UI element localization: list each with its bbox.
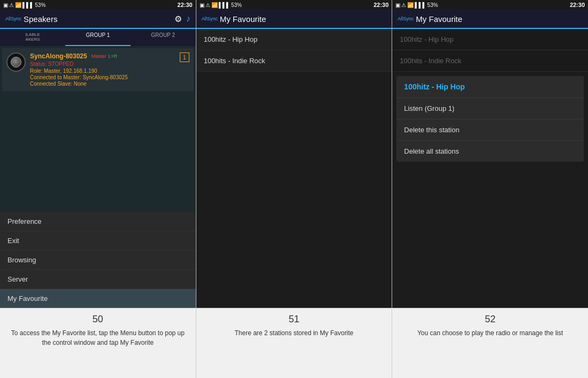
battery-icon: 53%: [35, 2, 45, 8]
captions-row: 50 To access the My Favorite list, tap t…: [0, 308, 588, 378]
context-item-listen[interactable]: Listen (Group 1): [396, 98, 584, 119]
allsync-label-3: AllSync: [398, 16, 414, 21]
warning-icon: ⚠: [9, 2, 14, 8]
screen1-content: ILABLEAKERS GROUP 1 GROUP 2 SyncAlong-80…: [0, 29, 196, 308]
device-icon: [6, 52, 26, 72]
caption-number-1: 51: [288, 314, 299, 325]
device-lr: L+R: [108, 54, 117, 59]
screen2-content: 100hitz - Hip Hop 100hits - Indie Rock: [196, 29, 392, 308]
context-item-delete-all[interactable]: Delete all stations: [396, 141, 584, 162]
device-number: 1: [180, 52, 189, 62]
settings-icon[interactable]: ⚙: [174, 14, 182, 24]
tab-available[interactable]: ILABLEAKERS: [0, 29, 65, 46]
app-bar-2: AllSync My Favourite: [196, 10, 392, 29]
menu-item-preference[interactable]: Preference: [0, 212, 196, 231]
sim-icon: ▣: [3, 2, 8, 8]
device-info: SyncAlong-803025 Master L+R Status: STOP…: [30, 52, 175, 87]
app-title-2: My Favourite: [220, 14, 266, 24]
status-icons-1: ▣ ⚠ 📶 ▌▌▌ 53%: [3, 2, 45, 8]
dimmed-station-0: 100hitz - Hip Hop: [392, 29, 588, 50]
menu-overlay: Preference Exit Browsing Server My Favou…: [0, 212, 196, 308]
signal-icon: ▌▌▌: [22, 2, 34, 8]
device-card: SyncAlong-803025 Master L+R Status: STOP…: [2, 48, 194, 91]
station-item-1[interactable]: 100hits - Indie Rock: [196, 50, 392, 72]
tab-group2[interactable]: GROUP 2: [131, 29, 196, 46]
caption-block-0: 50 To access the My Favorite list, tap t…: [0, 308, 196, 378]
wifi-icon-3: 📶: [407, 2, 414, 8]
sim-icon-3: ▣: [395, 2, 400, 8]
caption-text-0: To access the My Favorite list, tap the …: [7, 328, 188, 347]
status-bar-3: ▣ ⚠ 📶 ▌▌▌ 53% 22:30: [392, 0, 588, 10]
wifi-icon-2: 📶: [211, 2, 218, 8]
caption-text-2: You can choose to play the radio or mana…: [417, 328, 563, 338]
dimmed-station-list: 100hitz - Hip Hop 100hits - Indie Rock: [392, 29, 588, 72]
screenshots-row: ▣ ⚠ 📶 ▌▌▌ 53% 22:30 AllSync Speakers ⚙ ♪…: [0, 0, 588, 308]
device-role: Role: Master, 192.168.1.190: [30, 68, 175, 74]
screen3-content: 100hitz - Hip Hop 100hits - Indie Rock 1…: [392, 29, 588, 308]
time-3: 22:30: [570, 2, 585, 8]
device-status: Status: STOPPED: [30, 61, 175, 67]
battery-icon-3: 53%: [427, 2, 438, 8]
status-bar-1: ▣ ⚠ 📶 ▌▌▌ 53% 22:30: [0, 0, 196, 10]
status-bar-2: ▣ ⚠ 📶 ▌▌▌ 53% 22:30: [196, 0, 392, 10]
menu-item-browsing[interactable]: Browsing: [0, 251, 196, 270]
app-title-1: Speakers: [24, 14, 57, 24]
menu-item-myfavourite[interactable]: My Favourite: [0, 289, 196, 308]
warning-icon-3: ⚠: [401, 2, 406, 8]
menu-item-exit[interactable]: Exit: [0, 231, 196, 251]
time-1: 22:30: [178, 2, 193, 8]
device-slave: Connected Slave: None: [30, 81, 175, 87]
screen-2: ▣ ⚠ 📶 ▌▌▌ 53% 22:30 AllSync My Favourite…: [196, 0, 393, 308]
signal-icon-3: ▌▌▌: [415, 2, 426, 8]
dimmed-station-1: 100hits - Indie Rock: [392, 50, 588, 72]
tab-group1[interactable]: GROUP 1: [65, 29, 131, 46]
warning-icon-2: ⚠: [205, 2, 210, 8]
tabs-bar: ILABLEAKERS GROUP 1 GROUP 2: [0, 29, 196, 46]
caption-block-2: 52 You can choose to play the radio or m…: [392, 308, 588, 378]
device-master-badge: Master: [91, 54, 106, 59]
device-icon-inner: [11, 57, 21, 67]
status-icons-3: ▣ ⚠ 📶 ▌▌▌ 53%: [395, 2, 438, 8]
caption-block-1: 51 There are 2 stations stored in My Fav…: [196, 308, 393, 378]
context-item-delete-station[interactable]: Delete this station: [396, 119, 584, 141]
device-connected: Connected to Master: SyncAlong-803025: [30, 74, 175, 80]
context-menu-title: 100hitz - Hip Hop: [396, 76, 584, 98]
sim-icon-2: ▣: [200, 2, 204, 8]
caption-text-1: There are 2 stations stored in My Favori…: [234, 328, 353, 338]
app-bar-3: AllSync My Favourite: [392, 10, 588, 29]
app-title-3: My Favourite: [416, 14, 462, 24]
screen-3: ▣ ⚠ 📶 ▌▌▌ 53% 22:30 AllSync My Favourite…: [392, 0, 588, 308]
wifi-icon: 📶: [15, 2, 21, 8]
status-icons-2: ▣ ⚠ 📶 ▌▌▌ 53%: [200, 2, 242, 8]
device-name: SyncAlong-803025: [30, 52, 87, 60]
battery-icon-2: 53%: [231, 2, 242, 8]
allsync-label-1: AllSync: [5, 16, 21, 21]
app-bar-1: AllSync Speakers ⚙ ♪: [0, 10, 196, 29]
caption-number-2: 52: [485, 314, 495, 325]
music-icon[interactable]: ♪: [186, 14, 190, 24]
allsync-label-2: AllSync: [202, 16, 218, 21]
appbar-icons-1: ⚙ ♪: [174, 14, 190, 24]
station-list: 100hitz - Hip Hop 100hits - Indie Rock: [196, 29, 392, 308]
caption-number-0: 50: [93, 314, 103, 325]
time-2: 22:30: [373, 2, 388, 8]
station-item-0[interactable]: 100hitz - Hip Hop: [196, 29, 392, 50]
context-menu: 100hitz - Hip Hop Listen (Group 1) Delet…: [396, 76, 584, 162]
menu-item-server[interactable]: Server: [0, 270, 196, 289]
signal-icon-2: ▌▌▌: [219, 2, 230, 8]
screen-1: ▣ ⚠ 📶 ▌▌▌ 53% 22:30 AllSync Speakers ⚙ ♪…: [0, 0, 196, 308]
